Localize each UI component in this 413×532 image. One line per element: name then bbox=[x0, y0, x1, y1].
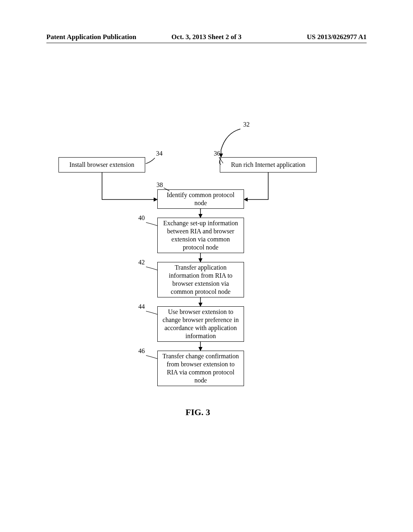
publication-label: Patent Application Publication bbox=[46, 33, 136, 41]
ref-34: 34 bbox=[156, 150, 163, 157]
box-text: Exchange set-up information between RIA … bbox=[161, 219, 240, 251]
ref-42: 42 bbox=[138, 259, 145, 266]
ref-32: 32 bbox=[243, 121, 250, 128]
ref-46: 46 bbox=[138, 347, 145, 355]
box-text: Run rich Internet application bbox=[231, 161, 305, 169]
ref-44: 44 bbox=[138, 303, 145, 310]
ref-40: 40 bbox=[138, 214, 145, 222]
header-rule bbox=[46, 43, 367, 43]
ref-38: 38 bbox=[156, 181, 163, 189]
box-text: Transfer application information from RI… bbox=[161, 264, 240, 296]
figure-caption: FIG. 3 bbox=[186, 407, 210, 418]
box-install-browser-extension: Install browser extension bbox=[58, 157, 145, 172]
flowchart-diagram: Install browser extension Run rich Inter… bbox=[0, 121, 413, 403]
ref-36: 36 bbox=[214, 150, 220, 157]
box-identify-protocol-node: Identify common protocol node bbox=[157, 189, 244, 209]
box-use-browser-extension: Use browser extension to change browser … bbox=[157, 306, 244, 342]
box-exchange-setup-info: Exchange set-up information between RIA … bbox=[157, 218, 244, 253]
box-text: Transfer change confirmation from browse… bbox=[161, 352, 240, 384]
page-header: Patent Application Publication Oct. 3, 2… bbox=[46, 33, 367, 41]
publication-number: US 2013/0262977 A1 bbox=[307, 33, 367, 41]
box-text: Use browser extension to change browser … bbox=[161, 308, 240, 340]
box-transfer-confirmation: Transfer change confirmation from browse… bbox=[157, 351, 244, 386]
box-text: Install browser extension bbox=[69, 161, 134, 169]
publication-date-sheet: Oct. 3, 2013 Sheet 2 of 3 bbox=[171, 33, 242, 41]
box-run-ria: Run rich Internet application bbox=[220, 157, 317, 172]
box-transfer-app-info: Transfer application information from RI… bbox=[157, 262, 244, 297]
box-text: Identify common protocol node bbox=[161, 191, 240, 207]
